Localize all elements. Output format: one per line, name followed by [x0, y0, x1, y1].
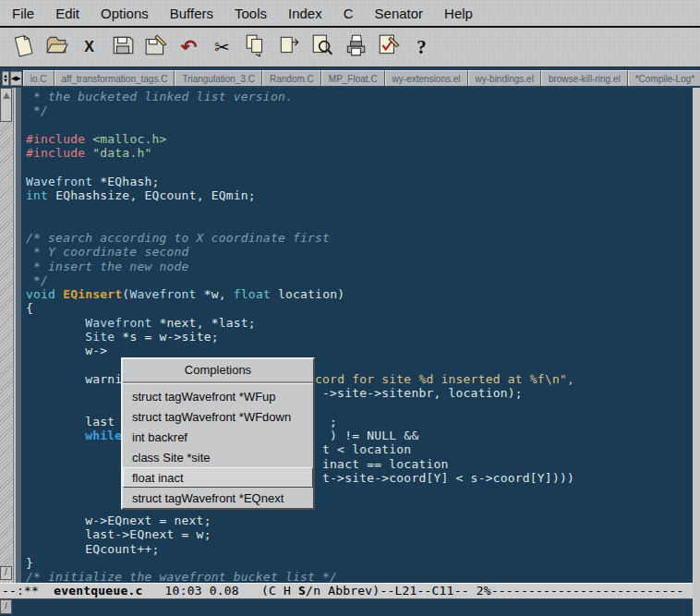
echo-scrollbar-stub: / — [0, 599, 12, 614]
completion-item[interactable]: struct tagWavefront *EQnext — [123, 488, 313, 508]
code-line: EQcount++; — [26, 542, 693, 556]
code-line: #include <malloc.h> — [26, 132, 693, 146]
completion-item[interactable]: struct tagWavefront *WFup — [123, 386, 313, 406]
menu-buffers[interactable]: Buffers — [170, 6, 213, 21]
copy-icon — [244, 33, 268, 61]
code-line: } — [26, 556, 693, 570]
close-icon: X — [84, 39, 94, 55]
modeline-segment: S — [298, 584, 306, 598]
save-button[interactable] — [107, 31, 138, 63]
save-as-button[interactable] — [140, 31, 171, 63]
menu-index[interactable]: Index — [288, 6, 322, 21]
cut-icon: ✂ — [214, 38, 230, 57]
save-as-icon — [144, 33, 168, 61]
code-line — [26, 160, 693, 174]
open-folder-button[interactable] — [41, 31, 71, 63]
help-icon: ? — [416, 38, 427, 57]
code-line: w-> — [26, 344, 693, 357]
completion-list: struct tagWavefront *WFupstruct tagWavef… — [123, 386, 313, 508]
completion-item[interactable]: int backref — [123, 427, 313, 447]
code-line — [26, 118, 693, 132]
modeline-segment: 10:03 0.08 (C H — [143, 584, 299, 598]
completions-popup: Completions struct tagWavefront *WFupstr… — [121, 357, 315, 510]
code-line: */ — [26, 273, 693, 287]
code-line: Wavefront *EQhash; — [26, 175, 693, 188]
completion-item[interactable]: class Site *site — [123, 447, 313, 467]
code-line: w->EQnext = next; — [26, 513, 693, 527]
code-line — [26, 202, 693, 216]
echo-area[interactable]: / — [0, 599, 693, 616]
toolbar: X↶✂? — [0, 28, 700, 67]
search-icon — [310, 33, 334, 61]
new-file-button[interactable] — [7, 31, 38, 63]
scroll-tabs-vertical-button[interactable]: ▲▼ — [2, 71, 9, 86]
modeline-segment: eventqueue.c — [54, 584, 142, 598]
code-line — [26, 217, 693, 231]
spell-check-button[interactable] — [373, 31, 404, 63]
scrollbar-divider — [14, 88, 21, 583]
code-line: */ — [26, 103, 693, 117]
copy-button[interactable] — [240, 31, 271, 63]
print-icon — [344, 33, 368, 61]
code-line: * insert the new node — [26, 260, 693, 273]
code-line: Wavefront *next, *last; — [26, 316, 693, 330]
new-file-icon — [11, 33, 35, 61]
xemacs-window: FileEditOptionsBuffersToolsIndexCSenator… — [0, 0, 700, 616]
modeline-segment: --:** — [2, 584, 54, 598]
code-line: * the bucketed linked list version. — [26, 90, 693, 103]
vertical-scrollbar[interactable]: / — [0, 88, 14, 583]
tab-wy-extensions-el[interactable]: wy-extensions.el — [385, 70, 468, 86]
tab--compile-log-[interactable]: *Compile-Log* — [628, 70, 700, 86]
menu-help[interactable]: Help — [444, 6, 473, 21]
scrollbar-thumb[interactable] — [0, 88, 12, 122]
editor-area: / * the bucketed linked list version. */… — [0, 88, 693, 583]
scrollbar-grip[interactable]: / — [0, 566, 12, 580]
modeline-segment: /n Abbrev)--L21--C11-- 2%---------------… — [306, 584, 683, 598]
scroll-tabs-horizontal-button[interactable]: ◀▶ — [10, 71, 22, 86]
print-button[interactable] — [340, 31, 370, 63]
save-icon — [111, 33, 135, 61]
tab-mp-float-c[interactable]: MP_Float.C — [321, 70, 385, 86]
menu-senator[interactable]: Senator — [375, 6, 424, 21]
menu-bar: FileEditOptionsBuffersToolsIndexCSenator… — [0, 0, 700, 28]
menu-options[interactable]: Options — [101, 6, 149, 21]
popup-title: Completions — [123, 359, 313, 381]
close-button[interactable]: X — [74, 31, 104, 63]
tab-io-c[interactable]: io.C — [23, 70, 54, 86]
tab-browse-kill-ring-el[interactable]: browse-kill-ring.el — [541, 70, 628, 86]
code-line: * Y coordinate second — [26, 245, 693, 259]
menu-tools[interactable]: Tools — [235, 6, 267, 21]
completion-item[interactable]: struct tagWavefront *WFdown — [123, 406, 313, 427]
buffer-tab-bar: ▲▼◀▶io.Caff_transformation_tags.CTriangu… — [0, 67, 700, 88]
code-line: int EQhashsize, EQcount, EQmin; — [26, 188, 693, 202]
spell-check-icon — [377, 33, 401, 61]
code-line: void EQinsert(Wavefront *w, float locati… — [26, 287, 693, 301]
code-line: /* search according to X coordinate firs… — [26, 231, 693, 245]
tab-random-c[interactable]: Random.C — [262, 70, 321, 86]
search-button[interactable] — [307, 31, 337, 63]
completion-item-selected[interactable]: float inact — [123, 467, 313, 488]
code-line: { — [26, 301, 693, 315]
undo-icon: ↶ — [181, 37, 198, 57]
paste-icon — [277, 33, 301, 61]
modeline[interactable]: --:** eventqueue.c 10:03 0.08 (C H S/n A… — [0, 583, 693, 599]
code-line: last->EQnext = w; — [26, 527, 693, 541]
code-line: #include "data.h" — [26, 146, 693, 160]
code-line: /* initialize the wavefront bucket list … — [26, 570, 693, 583]
menu-edit[interactable]: Edit — [55, 6, 79, 21]
open-folder-icon — [44, 33, 68, 61]
paste-button[interactable] — [273, 31, 304, 63]
undo-button[interactable]: ↶ — [174, 31, 204, 63]
tab-aff-transformation-tags-c[interactable]: aff_transformation_tags.C — [54, 70, 175, 86]
cut-button[interactable]: ✂ — [207, 31, 237, 63]
popup-separator — [123, 381, 313, 384]
menu-file[interactable]: File — [12, 6, 34, 21]
menu-c[interactable]: C — [344, 6, 354, 21]
tab-triangulation-3-c[interactable]: Triangulation_3.C — [175, 70, 262, 86]
tab-wy-bindings-el[interactable]: wy-bindings.el — [468, 70, 541, 86]
code-line: Site *s = w->site; — [26, 330, 693, 344]
help-button[interactable]: ? — [406, 31, 437, 63]
